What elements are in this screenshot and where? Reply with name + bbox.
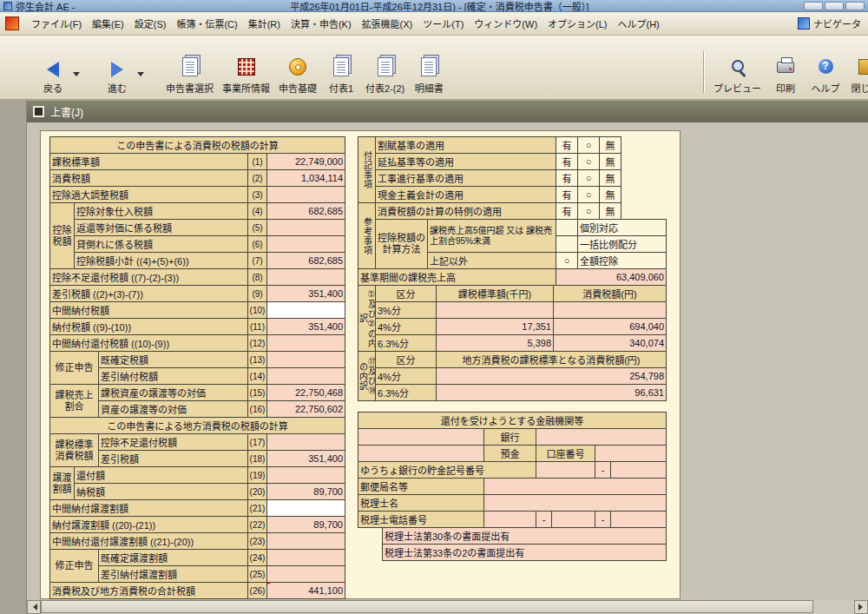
option-no[interactable]: 無 bbox=[600, 137, 621, 154]
row-value[interactable]: 63,409,060 bbox=[556, 269, 667, 286]
detail-statement-button[interactable]: 明細書 bbox=[409, 46, 449, 96]
option-mark[interactable]: ○ bbox=[578, 137, 600, 154]
overwrite-button[interactable]: 上書(J) bbox=[50, 104, 83, 119]
menu-item-books[interactable]: 帳簿・伝票(C) bbox=[171, 14, 242, 33]
law30-note[interactable]: 税理士法第30条の書面提出有 bbox=[383, 528, 667, 545]
option-mark[interactable]: ○ bbox=[578, 203, 600, 220]
option-no[interactable]: 無 bbox=[600, 154, 621, 170]
menu-item-tools[interactable]: ツール(T) bbox=[418, 14, 469, 33]
phone-input[interactable] bbox=[552, 512, 595, 528]
scroll-left-button[interactable] bbox=[27, 600, 41, 614]
option-label[interactable]: 個別対応 bbox=[578, 220, 667, 236]
row-value[interactable] bbox=[554, 302, 667, 319]
accountant-input[interactable] bbox=[484, 495, 667, 512]
scrollbar-track[interactable] bbox=[41, 600, 854, 614]
row-value[interactable] bbox=[267, 533, 345, 550]
row-value[interactable] bbox=[267, 187, 345, 203]
row-value[interactable]: 96,631 bbox=[437, 385, 667, 401]
row-input[interactable] bbox=[267, 500, 345, 517]
option-mark[interactable]: ○ bbox=[578, 154, 600, 170]
law33-note[interactable]: 税理士法第33条の2の書面提出有 bbox=[383, 545, 667, 561]
option-select-cell[interactable] bbox=[556, 220, 578, 236]
row-value[interactable]: 351,400 bbox=[267, 319, 345, 335]
row-value[interactable]: 5,398 bbox=[437, 335, 554, 352]
back-dropdown[interactable] bbox=[73, 46, 83, 96]
forward-dropdown[interactable] bbox=[137, 46, 148, 96]
row-value[interactable] bbox=[267, 566, 345, 583]
row-value[interactable]: 351,400 bbox=[267, 451, 345, 467]
row-value[interactable] bbox=[267, 220, 345, 236]
menu-item-closing[interactable]: 決算・申告(K) bbox=[286, 14, 357, 33]
option-no[interactable]: 無 bbox=[600, 203, 621, 220]
minimize-button[interactable] bbox=[804, 2, 823, 10]
select-return-button[interactable]: 申告書選択 bbox=[161, 46, 218, 96]
yucho-symbol-input[interactable] bbox=[536, 462, 595, 479]
total-tax-value[interactable]: 441,100 bbox=[267, 583, 345, 599]
row-value[interactable]: 22,750,468 bbox=[267, 385, 345, 401]
option-yes[interactable]: 有 bbox=[556, 170, 578, 187]
menu-item-help[interactable]: ヘルプ(H) bbox=[613, 14, 665, 33]
menu-item-window[interactable]: ウィンドウ(W) bbox=[469, 14, 542, 33]
row-input[interactable] bbox=[267, 302, 345, 319]
row-value[interactable] bbox=[267, 352, 345, 368]
help-button[interactable]: ヘルプ bbox=[806, 46, 845, 96]
row-value[interactable]: 682,685 bbox=[267, 203, 345, 220]
option-yes[interactable]: 有 bbox=[556, 137, 578, 154]
menu-item-options[interactable]: オプション(L) bbox=[542, 14, 612, 33]
row-value[interactable] bbox=[267, 467, 345, 484]
row-value[interactable]: 17,351 bbox=[437, 319, 554, 335]
row-value[interactable] bbox=[267, 269, 345, 286]
branch-input[interactable] bbox=[536, 429, 667, 446]
option-no[interactable]: 無 bbox=[600, 170, 621, 187]
horizontal-scrollbar[interactable] bbox=[27, 600, 868, 614]
option-select-cell[interactable] bbox=[556, 236, 578, 253]
option-yes[interactable]: 有 bbox=[556, 203, 578, 220]
post-office-input[interactable] bbox=[484, 479, 667, 495]
forward-button[interactable]: 進む bbox=[97, 46, 137, 96]
maximize-button[interactable] bbox=[825, 2, 844, 10]
print-button[interactable]: 印刷 bbox=[766, 46, 806, 96]
option-mark[interactable]: ○ bbox=[556, 253, 578, 269]
return-basis-button[interactable]: 申告基礎 bbox=[274, 46, 321, 96]
menu-item-aggregate[interactable]: 集計(R) bbox=[243, 14, 286, 33]
option-mark[interactable]: ○ bbox=[578, 187, 600, 203]
option-mark[interactable]: ○ bbox=[578, 170, 600, 187]
row-value[interactable]: 340,074 bbox=[554, 335, 667, 352]
menu-item-edit[interactable]: 編集(E) bbox=[87, 14, 129, 33]
row-value[interactable]: 1,034,114 bbox=[267, 170, 345, 187]
bank-name-input[interactable] bbox=[358, 429, 484, 446]
option-label[interactable]: 一括比例配分 bbox=[578, 236, 667, 253]
account-number-input[interactable] bbox=[595, 446, 667, 462]
appendix1-button[interactable]: 付表1 bbox=[321, 46, 361, 96]
option-label[interactable]: 全額控除 bbox=[578, 253, 667, 269]
option-no[interactable]: 無 bbox=[600, 187, 621, 203]
row-value[interactable] bbox=[437, 302, 554, 319]
close-window-button[interactable] bbox=[845, 2, 865, 10]
appendix2-button[interactable]: 付表2-(2) bbox=[361, 46, 409, 96]
row-value[interactable]: 22,750,602 bbox=[267, 401, 345, 418]
row-value[interactable]: 22,749,000 bbox=[267, 154, 345, 170]
row-value[interactable]: 89,700 bbox=[267, 484, 345, 500]
option-yes[interactable]: 有 bbox=[556, 187, 578, 203]
row-value[interactable] bbox=[267, 368, 345, 385]
row-value[interactable] bbox=[267, 335, 345, 352]
option-yes[interactable]: 有 bbox=[556, 154, 578, 170]
close-button[interactable]: 閉じる bbox=[845, 46, 868, 96]
scrollbar-thumb[interactable] bbox=[41, 600, 813, 613]
deposit-type-input[interactable] bbox=[358, 446, 484, 462]
preview-button[interactable]: プレビュー bbox=[709, 46, 766, 96]
row-value[interactable] bbox=[267, 236, 345, 253]
row-value[interactable]: 254,798 bbox=[437, 368, 667, 385]
back-button[interactable]: 戻る bbox=[33, 46, 73, 96]
row-value[interactable]: 682,685 bbox=[267, 253, 345, 269]
scroll-right-button[interactable] bbox=[854, 600, 868, 614]
phone-input[interactable] bbox=[484, 512, 536, 528]
row-value[interactable]: 694,040 bbox=[554, 319, 667, 335]
row-value[interactable] bbox=[267, 550, 345, 566]
navigator-button[interactable]: ナビゲータ bbox=[798, 17, 863, 30]
menu-item-file[interactable]: ファイル(F) bbox=[26, 14, 87, 33]
menu-item-settings[interactable]: 設定(S) bbox=[129, 14, 172, 33]
yucho-number-input[interactable] bbox=[611, 462, 667, 479]
row-value[interactable]: 89,700 bbox=[267, 517, 345, 533]
phone-input[interactable] bbox=[611, 512, 667, 528]
